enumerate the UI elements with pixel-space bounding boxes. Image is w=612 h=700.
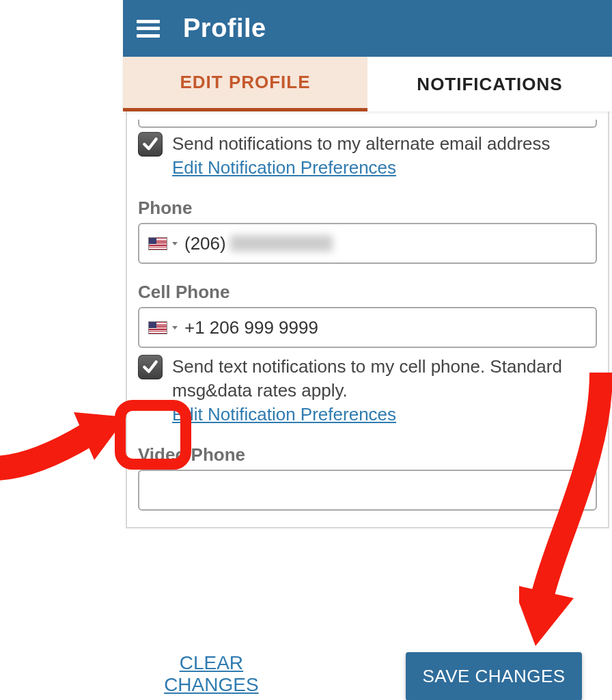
phone-prefix: (206)	[184, 233, 226, 254]
country-caret-icon[interactable]	[172, 326, 178, 329]
video-label: Video Phone	[138, 444, 597, 466]
profile-form-panel: Send notifications to my alternate email…	[126, 111, 609, 528]
annotation-arrow-left	[0, 379, 126, 489]
sms-notify-checkbox[interactable]	[138, 355, 163, 379]
alt-email-notify-row: Send notifications to my alternate email…	[138, 132, 597, 180]
alt-email-notify-checkbox[interactable]	[138, 132, 163, 157]
form-actions: CLEAR CHANGES SAVE CHANGES	[123, 638, 612, 700]
country-caret-icon[interactable]	[172, 242, 178, 245]
tab-bar: EDIT PROFILE NOTIFICATIONS	[123, 57, 612, 111]
prev-field-bottom-edge	[138, 120, 597, 128]
sms-notify-row: Send text notifications to my cell phone…	[138, 355, 597, 427]
phone-input-wrap[interactable]: (206)	[138, 223, 597, 264]
video-input-wrap[interactable]	[138, 470, 597, 511]
alt-email-notify-text: Send notifications to my alternate email…	[172, 132, 551, 180]
phone-value: (206)	[184, 233, 333, 254]
edit-pref-link-cell[interactable]: Edit Notification Preferences	[172, 403, 396, 427]
clear-changes-link[interactable]: CLEAR CHANGES	[153, 652, 269, 696]
tab-edit-profile[interactable]: EDIT PROFILE	[123, 57, 367, 111]
video-phone-field[interactable]	[149, 480, 586, 501]
phone-label: Phone	[138, 198, 597, 219]
tab-notifications[interactable]: NOTIFICATIONS	[367, 57, 612, 111]
us-flag-icon	[149, 322, 167, 334]
us-flag-icon	[149, 238, 167, 250]
edit-pref-link-email[interactable]: Edit Notification Preferences	[172, 156, 396, 180]
save-changes-button[interactable]: SAVE CHANGES	[406, 652, 581, 700]
app-header: Profile	[123, 0, 612, 57]
cell-input-wrap[interactable]	[138, 307, 597, 348]
cell-phone-field[interactable]	[184, 317, 586, 338]
alt-email-notify-label: Send notifications to my alternate email…	[172, 133, 551, 154]
sms-notify-text: Send text notifications to my cell phone…	[172, 355, 597, 427]
phone-redacted	[230, 235, 333, 252]
page-title: Profile	[183, 14, 266, 43]
cell-label: Cell Phone	[138, 282, 597, 303]
menu-icon[interactable]	[137, 20, 160, 38]
sms-notify-label: Send text notifications to my cell phone…	[172, 356, 562, 401]
